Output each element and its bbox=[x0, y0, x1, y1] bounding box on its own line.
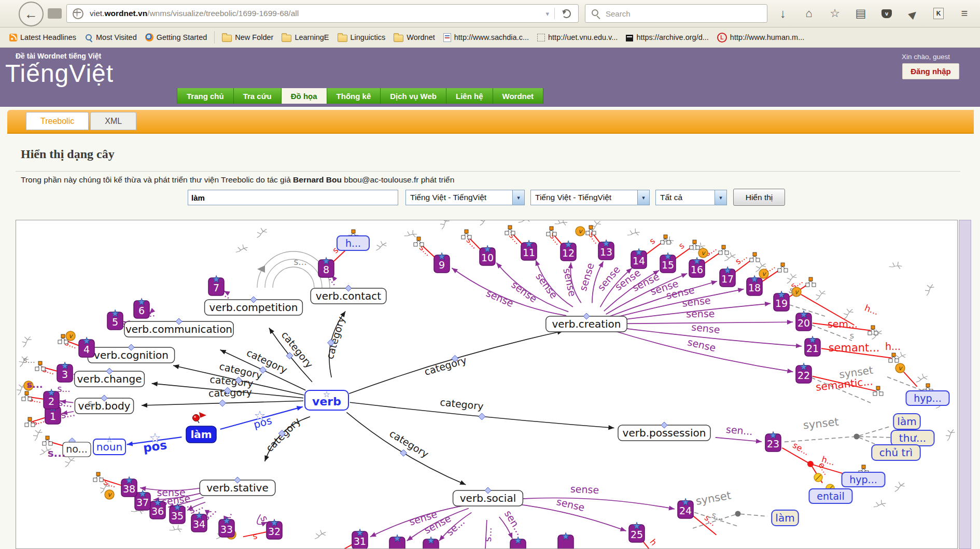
home-button[interactable]: ⌂ bbox=[797, 8, 820, 19]
page-scrollbar[interactable] bbox=[959, 220, 971, 549]
nav-item-wordnet[interactable]: Wordnet bbox=[493, 88, 544, 104]
bookmark-item[interactable]: Getting Started bbox=[141, 32, 212, 43]
graph-node-4[interactable]: 4★ bbox=[79, 335, 94, 357]
search-bar[interactable]: Search bbox=[585, 4, 767, 23]
graph-node-verb[interactable]: verb☆ bbox=[305, 389, 348, 410]
graph-node-h...[interactable]: h... bbox=[337, 236, 369, 250]
archive-icon bbox=[626, 35, 633, 41]
graph-node-5[interactable]: 5★ bbox=[107, 307, 123, 330]
scope-select[interactable]: Tất cả ▾ bbox=[655, 190, 727, 205]
display-button[interactable]: Hiển thị bbox=[733, 189, 785, 206]
graph-node-19[interactable]: 19★ bbox=[774, 289, 789, 311]
url-dropdown-icon[interactable]: ▾ bbox=[540, 10, 554, 18]
bookmark-item[interactable]: Latest Headlines bbox=[5, 32, 80, 43]
graph-node-6[interactable]: 6★ bbox=[134, 296, 149, 318]
url-bar[interactable]: viet.wordnet.vn/wnms/visualize/treebolic… bbox=[66, 4, 579, 23]
graph-node-cut1[interactable]: ★ bbox=[389, 532, 405, 548]
graph-node-16[interactable]: 16★ bbox=[689, 255, 705, 277]
tab-xml[interactable]: XML bbox=[90, 112, 136, 130]
bookmark-item[interactable]: http://www.human.m... bbox=[713, 31, 808, 44]
graph-node-12[interactable]: 12★ bbox=[561, 238, 576, 261]
bookmark-item[interactable]: Wordnet bbox=[389, 31, 439, 44]
graph-node-verb.stative[interactable]: verb.stative bbox=[200, 477, 275, 496]
graph-node-no...[interactable]: no... bbox=[63, 442, 91, 457]
graph-node-31[interactable]: 31★ bbox=[352, 527, 368, 548]
graph-node-22[interactable]: 22★ bbox=[796, 361, 811, 383]
search-placeholder: Search bbox=[606, 9, 631, 18]
graph-node-noun[interactable]: noun☆ bbox=[93, 434, 125, 455]
nav-item-thống-kê[interactable]: Thống kê bbox=[327, 88, 381, 104]
bookmark-item[interactable]: Most Visited bbox=[80, 32, 141, 43]
graph-node-verb.contact[interactable]: verb.contact bbox=[311, 285, 386, 304]
bookmark-item[interactable]: https://archive.org/d... bbox=[622, 32, 712, 43]
graph-node-làm[interactable]: làm bbox=[893, 414, 920, 429]
graph-node-làm[interactable]: làm bbox=[186, 412, 216, 443]
graph-node-7[interactable]: 7★ bbox=[208, 273, 224, 295]
nav-item-đồ-họa[interactable]: Đồ họa bbox=[282, 88, 327, 104]
graph-node-3[interactable]: 3★ bbox=[57, 360, 73, 382]
arrowhead bbox=[173, 364, 179, 369]
graph-node-verb.body[interactable]: verb.body bbox=[75, 395, 133, 414]
graph-node-20[interactable]: 20★ bbox=[796, 308, 811, 331]
send-tab-button[interactable]: ▶ bbox=[901, 8, 924, 19]
bookmark-star-button[interactable]: ☆ bbox=[823, 8, 846, 19]
reload-button[interactable] bbox=[562, 9, 571, 18]
graph-node-verb.social[interactable]: verb.social bbox=[453, 487, 523, 506]
graph-node-hyp...[interactable]: hyp... bbox=[906, 391, 949, 405]
graph-node-entail[interactable]: entail bbox=[809, 489, 852, 503]
graph-node-32[interactable]: 32★ bbox=[267, 517, 282, 539]
graph-node-thư...[interactable]: thư... bbox=[891, 430, 934, 446]
graph-node-13[interactable]: 13★ bbox=[598, 237, 614, 260]
graph-node-17[interactable]: 17★ bbox=[720, 264, 735, 287]
arrowhead bbox=[127, 441, 133, 446]
graph-node-chủ-trì[interactable]: chủ trì bbox=[872, 445, 920, 460]
nav-item-liên-hệ[interactable]: Liên hệ bbox=[446, 88, 493, 104]
graph-node-verb.change[interactable]: verb.change bbox=[75, 368, 145, 387]
k-extension-button[interactable]: K bbox=[927, 8, 950, 19]
graph-node-11[interactable]: 11★ bbox=[521, 238, 537, 260]
login-button[interactable]: Đăng nhập bbox=[902, 63, 959, 79]
treebolic-canvas[interactable]: categorycategorycategorycategorycategory… bbox=[16, 220, 958, 549]
bookmark-item[interactable]: http://www.sachdia.c... bbox=[439, 32, 533, 44]
nav-item-tra-cứu[interactable]: Tra cứu bbox=[234, 88, 282, 104]
bookmarks-sidebar-button[interactable]: ▤ bbox=[849, 8, 872, 19]
graph-node-cut4[interactable]: ★ bbox=[558, 530, 573, 548]
nav-item-dịch-vụ-web[interactable]: Dịch vụ Web bbox=[381, 88, 446, 104]
source-language-select[interactable]: Tiếng Việt - TiếngViệt ▾ bbox=[405, 190, 525, 205]
graph-node-verb.competition[interactable]: verb.competition bbox=[205, 297, 303, 315]
target-language-select[interactable]: Tiếng Việt - TiếngViệt ▾ bbox=[530, 190, 650, 205]
pocket-button[interactable]: v bbox=[875, 9, 898, 18]
graph-node-verb.creation[interactable]: verb.creation bbox=[546, 313, 627, 332]
tab-treebolic[interactable]: Treebolic bbox=[26, 112, 89, 130]
graph-node-21[interactable]: 21★ bbox=[805, 334, 820, 356]
bookmark-item[interactable]: http://uet.vnu.edu.v... bbox=[533, 32, 622, 43]
graph-node-24[interactable]: 24★ bbox=[678, 496, 693, 518]
menu-button[interactable]: ≡ bbox=[953, 8, 976, 19]
bookmark-item[interactable]: Linguictics bbox=[333, 31, 390, 44]
graph-node-8[interactable]: 8★ bbox=[318, 255, 334, 277]
treebolic-svg[interactable]: categorycategorycategorycategorycategory… bbox=[16, 220, 957, 548]
back-button[interactable]: ← bbox=[19, 2, 44, 26]
graph-node-23[interactable]: 23★ bbox=[765, 429, 781, 452]
graph-node-làm[interactable]: làm bbox=[772, 510, 799, 526]
graph-node-14[interactable]: 14★ bbox=[631, 246, 647, 269]
query-input[interactable] bbox=[188, 190, 398, 205]
bookmark-item[interactable]: New Folder bbox=[218, 31, 277, 44]
graph-node-verb.communication[interactable]: verb.communication bbox=[124, 318, 233, 337]
graph-node-cut3[interactable]: ★ bbox=[510, 534, 526, 548]
graph-node-38[interactable]: 38★ bbox=[121, 474, 137, 497]
graph-node-25[interactable]: 25★ bbox=[629, 520, 645, 542]
graph-node-verb.possession[interactable]: verb.possession bbox=[618, 422, 710, 441]
graph-node-10[interactable]: 10★ bbox=[480, 243, 495, 265]
graph-node-verb.cognition[interactable]: verb.cognition bbox=[88, 344, 174, 363]
diamond-marker bbox=[219, 400, 226, 406]
graph-node-cut2[interactable]: ★ bbox=[423, 534, 439, 548]
graph-node-9[interactable]: 9★ bbox=[434, 250, 450, 273]
bookmark-item[interactable]: LearningE bbox=[277, 31, 333, 44]
nav-item-trang-chủ[interactable]: Trang chủ bbox=[177, 88, 234, 104]
graph-node-15[interactable]: 15★ bbox=[660, 250, 676, 273]
download-button[interactable]: ↓ bbox=[772, 7, 794, 20]
forward-button[interactable] bbox=[48, 8, 62, 19]
graph-node-hyp...[interactable]: hyp... bbox=[842, 472, 885, 487]
L-icon bbox=[717, 33, 727, 43]
